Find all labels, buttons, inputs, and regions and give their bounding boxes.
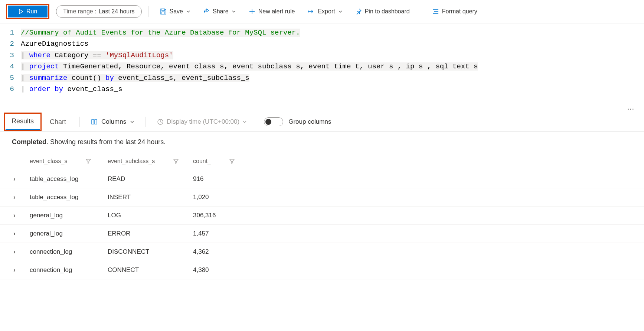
chevron-down-icon — [338, 9, 343, 14]
tab-results[interactable]: Results — [6, 114, 40, 130]
run-button[interactable]: Run — [8, 6, 48, 17]
time-range-picker[interactable]: Time range : Last 24 hours — [56, 5, 141, 18]
export-button[interactable]: Export — [303, 6, 347, 17]
cell-event-subclass: CONNECT — [108, 266, 193, 274]
chevron-down-icon — [130, 120, 134, 124]
new-alert-button[interactable]: New alert rule — [244, 6, 300, 17]
save-button[interactable]: Save — [156, 6, 195, 17]
code-content[interactable]: | order by event_class_s — [21, 84, 122, 95]
cell-event-class: general_log — [30, 212, 108, 219]
results-toolbar: … Results Chart Columns Display time (UT… — [0, 110, 644, 132]
table-row[interactable]: › connection_log CONNECT 4,380 — [0, 261, 644, 279]
code-content[interactable]: | project TimeGenerated, Resource, event… — [21, 61, 478, 72]
save-icon — [160, 8, 167, 15]
table-row[interactable]: › table_access_log INSERT 1,020 — [0, 188, 644, 207]
expand-column-header — [13, 158, 30, 165]
pin-label: Pin to dashboard — [365, 8, 410, 15]
status-completed: Completed — [12, 138, 46, 146]
results-table: event_class_s event_subclass_s count_ › … — [0, 153, 644, 279]
filter-icon[interactable] — [86, 159, 91, 164]
run-button-highlight: Run — [6, 4, 49, 19]
filter-icon[interactable] — [229, 159, 235, 164]
expand-row-icon[interactable]: › — [13, 230, 30, 237]
code-line[interactable]: 6| order by event_class_s — [0, 84, 644, 95]
columns-button[interactable]: Columns — [87, 116, 138, 128]
group-columns-label: Group columns — [288, 118, 331, 126]
column-header[interactable]: event_subclass_s — [108, 158, 193, 165]
run-button-label: Run — [26, 8, 37, 15]
column-header-label: event_subclass_s — [108, 158, 155, 165]
line-number: 2 — [0, 38, 21, 49]
format-icon — [432, 8, 439, 15]
code-content[interactable]: //Summary of Audit Events for the Azure … — [21, 27, 300, 38]
share-icon — [203, 8, 210, 15]
table-row[interactable]: › general_log LOG 306,316 — [0, 207, 644, 225]
table-row[interactable]: › table_access_log READ 916 — [0, 170, 644, 188]
group-columns-toggle[interactable]: Group columns — [264, 117, 331, 126]
expand-row-icon[interactable]: › — [13, 212, 30, 219]
tab-chart[interactable]: Chart — [44, 114, 72, 130]
code-line[interactable]: 2AzureDiagnostics — [0, 38, 644, 49]
format-query-button[interactable]: Format query — [428, 6, 482, 17]
expand-row-icon[interactable]: › — [13, 248, 30, 256]
separator — [146, 117, 146, 127]
query-status: Completed. Showing results from the last… — [0, 132, 644, 153]
cell-count: 306,316 — [193, 212, 252, 219]
column-header-label: event_class_s — [30, 158, 67, 165]
expand-row-icon[interactable]: › — [13, 175, 30, 183]
chevron-down-icon — [232, 9, 236, 14]
separator — [148, 6, 149, 17]
table-row[interactable]: › general_log ERROR 1,457 — [0, 225, 644, 243]
more-menu-icon[interactable]: … — [627, 103, 635, 111]
results-tab-highlight: Results — [4, 113, 42, 131]
cell-event-subclass: ERROR — [108, 230, 193, 237]
code-line[interactable]: 1//Summary of Audit Events for the Azure… — [0, 27, 644, 38]
chevron-down-icon — [242, 120, 247, 124]
export-icon — [307, 9, 315, 14]
line-number: 3 — [0, 50, 21, 61]
display-time-label: Display time (UTC+00:00) — [167, 118, 239, 126]
new-alert-label: New alert rule — [258, 8, 295, 15]
query-editor[interactable]: 1//Summary of Audit Events for the Azure… — [0, 23, 644, 110]
cell-event-subclass: DISCONNECT — [108, 248, 193, 256]
code-content[interactable]: AzureDiagnostics — [21, 38, 88, 49]
line-number: 4 — [0, 61, 21, 72]
svg-rect-1 — [95, 120, 97, 124]
toggle-switch[interactable] — [264, 117, 283, 126]
separator — [79, 117, 80, 127]
column-header[interactable]: event_class_s — [30, 158, 108, 165]
cell-count: 916 — [193, 175, 252, 183]
cell-count: 4,362 — [193, 248, 252, 256]
chevron-down-icon — [186, 9, 190, 14]
table-row[interactable]: › connection_log DISCONNECT 4,362 — [0, 243, 644, 261]
cell-count: 1,457 — [193, 230, 252, 237]
share-label: Share — [213, 8, 229, 15]
cell-event-subclass: READ — [108, 175, 193, 183]
code-line[interactable]: 5| summarize count() by event_class_s, e… — [0, 72, 644, 84]
export-label: Export — [318, 8, 335, 15]
code-line[interactable]: 4| project TimeGenerated, Resource, even… — [0, 61, 644, 72]
table-header: event_class_s event_subclass_s count_ — [0, 153, 644, 170]
pin-button[interactable]: Pin to dashboard — [351, 6, 414, 17]
top-toolbar: Run Time range : Last 24 hours Save Shar… — [0, 0, 644, 23]
share-button[interactable]: Share — [199, 6, 241, 17]
code-line[interactable]: 3| where Category == 'MySqlAuditLogs' — [0, 50, 644, 61]
line-number: 5 — [0, 72, 21, 84]
time-range-value: Last 24 hours — [99, 8, 135, 15]
cell-event-subclass: INSERT — [108, 194, 193, 201]
line-number: 1 — [0, 27, 21, 38]
columns-icon — [91, 119, 98, 125]
cell-event-subclass: LOG — [108, 212, 193, 219]
format-label: Format query — [442, 8, 477, 15]
expand-row-icon[interactable]: › — [13, 266, 30, 274]
column-header[interactable]: count_ — [193, 158, 252, 165]
pin-icon — [355, 8, 362, 15]
cell-event-class: table_access_log — [30, 175, 108, 183]
expand-row-icon[interactable]: › — [13, 194, 30, 201]
clock-icon — [157, 119, 164, 125]
filter-icon[interactable] — [173, 159, 179, 164]
code-content[interactable]: | summarize count() by event_class_s, ev… — [21, 72, 249, 84]
column-header-label: count_ — [193, 158, 211, 165]
time-range-label: Time range : — [63, 8, 96, 15]
code-content[interactable]: | where Category == 'MySqlAuditLogs' — [21, 50, 173, 61]
